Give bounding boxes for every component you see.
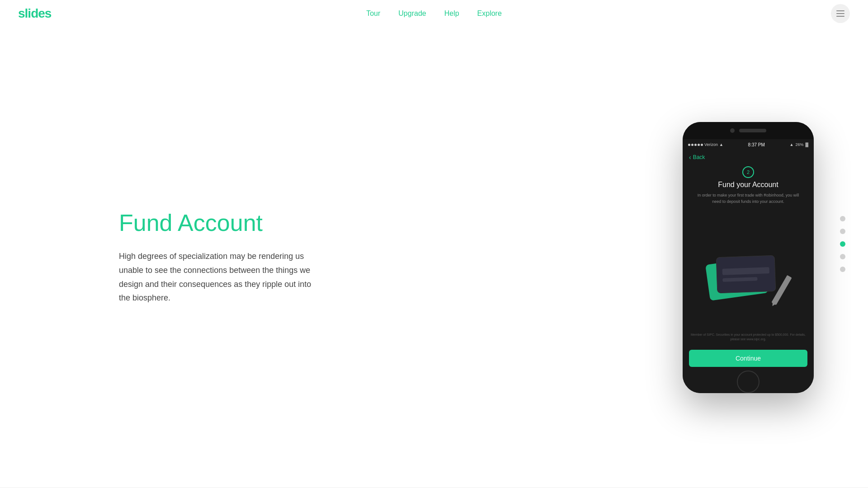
card-stack <box>708 234 789 306</box>
phone-screen: ‹ Back 2 Fund your Account In order to m… <box>683 150 814 371</box>
back-button[interactable]: ‹ Back <box>683 150 814 164</box>
nav-dot-5[interactable] <box>840 267 845 272</box>
app-header: 2 Fund your Account In order to make you… <box>683 164 814 209</box>
section-title: Fund Account <box>119 210 646 236</box>
header: slides Tour Upgrade Help Explore <box>0 0 868 27</box>
card-line-2 <box>722 277 757 282</box>
home-button[interactable] <box>737 371 760 393</box>
left-panel: Fund Account High degrees of specializat… <box>0 210 683 305</box>
status-time: 8:37 PM <box>748 142 765 147</box>
phone-hardware-top <box>683 122 814 139</box>
nav-explore[interactable]: Explore <box>477 9 502 18</box>
section-description: High degrees of specialization may be re… <box>119 249 313 305</box>
back-chevron-icon: ‹ <box>689 154 691 161</box>
step-indicator: 2 <box>742 166 754 178</box>
phone-footer: Member of SIPC. Securities in your accou… <box>683 330 814 346</box>
main-content: Fund Account High degrees of specializat… <box>0 0 868 488</box>
status-carrier: Verizon ▲ <box>688 142 723 147</box>
card-line-1 <box>722 267 769 275</box>
status-bar: Verizon ▲ 8:37 PM ▲ 26% ▓ <box>683 139 814 150</box>
app-title: Fund your Account <box>718 181 778 189</box>
menu-button[interactable] <box>831 4 850 23</box>
nav-tour[interactable]: Tour <box>366 9 380 18</box>
phone-speaker <box>739 129 766 132</box>
status-battery: ▲ 26% ▓ <box>789 142 808 147</box>
phone-bottom <box>683 371 814 393</box>
card-dark <box>716 255 776 293</box>
logo[interactable]: slides <box>18 6 51 21</box>
phone-mockup: Verizon ▲ 8:37 PM ▲ 26% ▓ ‹ Back 2 <box>683 122 814 393</box>
phone-camera <box>730 128 735 133</box>
nav: Tour Upgrade Help Explore <box>366 9 502 18</box>
app-subtitle: In order to make your first trade with R… <box>692 192 805 205</box>
card-illustration <box>683 209 814 330</box>
nav-dot-3[interactable] <box>840 241 845 247</box>
nav-dots <box>840 216 845 272</box>
nav-help[interactable]: Help <box>444 9 459 18</box>
nav-dot-2[interactable] <box>840 229 845 234</box>
nav-upgrade[interactable]: Upgrade <box>398 9 426 18</box>
sipc-text: Member of SIPC. Securities in your accou… <box>689 333 807 342</box>
continue-button[interactable]: Continue <box>689 350 807 367</box>
nav-dot-4[interactable] <box>840 254 845 259</box>
nav-dot-1[interactable] <box>840 216 845 221</box>
hamburger-icon <box>836 10 844 17</box>
